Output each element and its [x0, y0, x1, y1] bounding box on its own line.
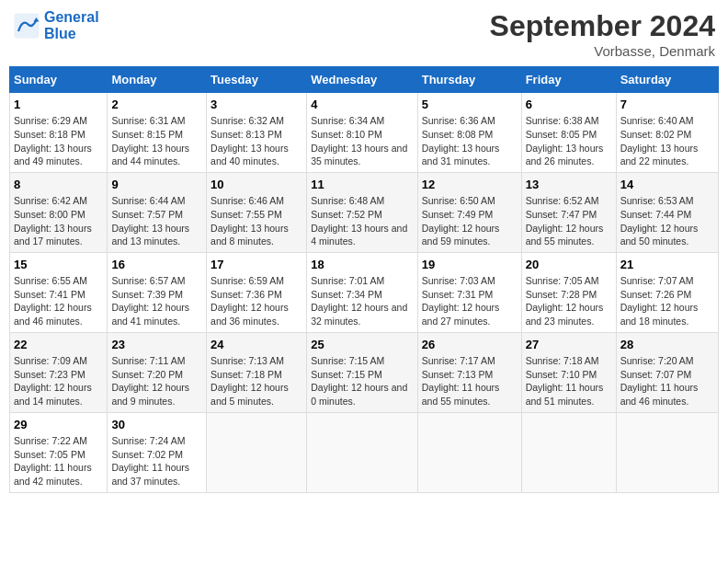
day-header-tuesday: Tuesday — [207, 67, 307, 93]
calendar-cell: 13Sunrise: 6:52 AMSunset: 7:47 PMDayligh… — [521, 172, 616, 252]
subtitle: Vorbasse, Denmark — [490, 43, 715, 59]
day-number: 4 — [311, 97, 414, 113]
day-info: Sunrise: 6:44 AMSunset: 7:57 PMDaylight:… — [111, 194, 202, 248]
day-header-wednesday: Wednesday — [307, 67, 418, 93]
day-number: 29 — [14, 417, 103, 433]
day-number: 28 — [620, 337, 714, 353]
day-header-monday: Monday — [108, 67, 207, 93]
day-header-thursday: Thursday — [417, 67, 521, 93]
day-number: 3 — [210, 97, 302, 113]
day-info: Sunrise: 6:36 AMSunset: 8:08 PMDaylight:… — [422, 114, 518, 168]
calendar-cell — [307, 412, 418, 492]
calendar-cell — [521, 412, 616, 492]
calendar-cell: 14Sunrise: 6:53 AMSunset: 7:44 PMDayligh… — [616, 172, 718, 252]
calendar-cell: 18Sunrise: 7:01 AMSunset: 7:34 PMDayligh… — [307, 252, 418, 332]
day-number: 9 — [111, 177, 202, 193]
calendar-cell: 17Sunrise: 6:59 AMSunset: 7:36 PMDayligh… — [207, 252, 307, 332]
day-number: 30 — [111, 417, 202, 433]
day-info: Sunrise: 6:52 AMSunset: 7:47 PMDaylight:… — [526, 194, 612, 248]
day-info: Sunrise: 6:42 AMSunset: 8:00 PMDaylight:… — [14, 194, 103, 248]
day-info: Sunrise: 7:17 AMSunset: 7:13 PMDaylight:… — [422, 354, 518, 408]
day-info: Sunrise: 6:50 AMSunset: 7:49 PMDaylight:… — [422, 194, 518, 248]
day-number: 22 — [14, 337, 103, 353]
day-number: 19 — [422, 257, 518, 273]
day-info: Sunrise: 6:32 AMSunset: 8:13 PMDaylight:… — [210, 114, 302, 168]
day-header-friday: Friday — [521, 67, 616, 93]
day-info: Sunrise: 7:05 AMSunset: 7:28 PMDaylight:… — [526, 274, 612, 328]
calendar-cell: 25Sunrise: 7:15 AMSunset: 7:15 PMDayligh… — [307, 332, 418, 412]
calendar-table: SundayMondayTuesdayWednesdayThursdayFrid… — [9, 66, 719, 493]
calendar-cell: 16Sunrise: 6:57 AMSunset: 7:39 PMDayligh… — [108, 252, 207, 332]
calendar-cell: 1Sunrise: 6:29 AMSunset: 8:18 PMDaylight… — [10, 93, 108, 173]
day-number: 5 — [422, 97, 518, 113]
logo: General Blue — [13, 9, 99, 41]
day-number: 2 — [111, 97, 202, 113]
day-header-saturday: Saturday — [616, 67, 718, 93]
day-number: 24 — [210, 337, 302, 353]
day-info: Sunrise: 6:38 AMSunset: 8:05 PMDaylight:… — [526, 114, 612, 168]
calendar-cell — [207, 412, 307, 492]
title-block: September 2024 Vorbasse, Denmark — [490, 9, 715, 59]
day-info: Sunrise: 6:55 AMSunset: 7:41 PMDaylight:… — [14, 274, 103, 328]
day-info: Sunrise: 7:22 AMSunset: 7:05 PMDaylight:… — [14, 434, 103, 488]
day-number: 13 — [526, 177, 612, 193]
calendar-cell: 30Sunrise: 7:24 AMSunset: 7:02 PMDayligh… — [108, 412, 207, 492]
day-number: 16 — [111, 257, 202, 273]
day-number: 25 — [311, 337, 414, 353]
day-info: Sunrise: 7:20 AMSunset: 7:07 PMDaylight:… — [620, 354, 714, 408]
calendar-cell: 10Sunrise: 6:46 AMSunset: 7:55 PMDayligh… — [207, 172, 307, 252]
day-info: Sunrise: 7:15 AMSunset: 7:15 PMDaylight:… — [311, 354, 414, 408]
calendar-cell — [616, 412, 718, 492]
week-row-4: 22Sunrise: 7:09 AMSunset: 7:23 PMDayligh… — [10, 332, 719, 412]
calendar-cell: 9Sunrise: 6:44 AMSunset: 7:57 PMDaylight… — [108, 172, 207, 252]
day-info: Sunrise: 6:48 AMSunset: 7:52 PMDaylight:… — [311, 194, 414, 248]
calendar-cell: 12Sunrise: 6:50 AMSunset: 7:49 PMDayligh… — [417, 172, 521, 252]
day-number: 21 — [620, 257, 714, 273]
day-info: Sunrise: 6:59 AMSunset: 7:36 PMDaylight:… — [210, 274, 302, 328]
main-title: September 2024 — [490, 9, 715, 43]
calendar-cell: 11Sunrise: 6:48 AMSunset: 7:52 PMDayligh… — [307, 172, 418, 252]
day-number: 12 — [422, 177, 518, 193]
calendar-cell: 8Sunrise: 6:42 AMSunset: 8:00 PMDaylight… — [10, 172, 108, 252]
day-info: Sunrise: 7:03 AMSunset: 7:31 PMDaylight:… — [422, 274, 518, 328]
day-info: Sunrise: 7:18 AMSunset: 7:10 PMDaylight:… — [526, 354, 612, 408]
week-row-5: 29Sunrise: 7:22 AMSunset: 7:05 PMDayligh… — [10, 412, 719, 492]
day-info: Sunrise: 7:11 AMSunset: 7:20 PMDaylight:… — [111, 354, 202, 408]
logo-icon — [13, 12, 40, 40]
day-info: Sunrise: 6:40 AMSunset: 8:02 PMDaylight:… — [620, 114, 714, 168]
calendar-cell: 19Sunrise: 7:03 AMSunset: 7:31 PMDayligh… — [417, 252, 521, 332]
page-header: General Blue September 2024 Vorbasse, De… — [9, 9, 719, 59]
day-number: 10 — [210, 177, 302, 193]
day-number: 26 — [422, 337, 518, 353]
day-info: Sunrise: 6:34 AMSunset: 8:10 PMDaylight:… — [311, 114, 414, 168]
day-info: Sunrise: 7:07 AMSunset: 7:26 PMDaylight:… — [620, 274, 714, 328]
calendar-cell: 20Sunrise: 7:05 AMSunset: 7:28 PMDayligh… — [521, 252, 616, 332]
day-number: 8 — [14, 177, 103, 193]
day-info: Sunrise: 6:31 AMSunset: 8:15 PMDaylight:… — [111, 114, 202, 168]
calendar-cell: 21Sunrise: 7:07 AMSunset: 7:26 PMDayligh… — [616, 252, 718, 332]
day-info: Sunrise: 6:29 AMSunset: 8:18 PMDaylight:… — [14, 114, 103, 168]
calendar-cell: 27Sunrise: 7:18 AMSunset: 7:10 PMDayligh… — [521, 332, 616, 412]
day-header-sunday: Sunday — [10, 67, 108, 93]
day-number: 18 — [311, 257, 414, 273]
calendar-cell: 24Sunrise: 7:13 AMSunset: 7:18 PMDayligh… — [207, 332, 307, 412]
day-info: Sunrise: 6:46 AMSunset: 7:55 PMDaylight:… — [210, 194, 302, 248]
day-number: 11 — [311, 177, 414, 193]
calendar-cell: 23Sunrise: 7:11 AMSunset: 7:20 PMDayligh… — [108, 332, 207, 412]
week-row-2: 8Sunrise: 6:42 AMSunset: 8:00 PMDaylight… — [10, 172, 719, 252]
day-info: Sunrise: 6:53 AMSunset: 7:44 PMDaylight:… — [620, 194, 714, 248]
calendar-cell: 15Sunrise: 6:55 AMSunset: 7:41 PMDayligh… — [10, 252, 108, 332]
day-number: 6 — [526, 97, 612, 113]
calendar-cell: 28Sunrise: 7:20 AMSunset: 7:07 PMDayligh… — [616, 332, 718, 412]
calendar-cell: 5Sunrise: 6:36 AMSunset: 8:08 PMDaylight… — [417, 93, 521, 173]
day-number: 27 — [526, 337, 612, 353]
day-info: Sunrise: 7:13 AMSunset: 7:18 PMDaylight:… — [210, 354, 302, 408]
day-number: 7 — [620, 97, 714, 113]
day-number: 23 — [111, 337, 202, 353]
calendar-cell: 29Sunrise: 7:22 AMSunset: 7:05 PMDayligh… — [10, 412, 108, 492]
calendar-cell: 7Sunrise: 6:40 AMSunset: 8:02 PMDaylight… — [616, 93, 718, 173]
week-row-3: 15Sunrise: 6:55 AMSunset: 7:41 PMDayligh… — [10, 252, 719, 332]
svg-rect-0 — [15, 13, 40, 38]
week-row-1: 1Sunrise: 6:29 AMSunset: 8:18 PMDaylight… — [10, 93, 719, 173]
day-info: Sunrise: 6:57 AMSunset: 7:39 PMDaylight:… — [111, 274, 202, 328]
